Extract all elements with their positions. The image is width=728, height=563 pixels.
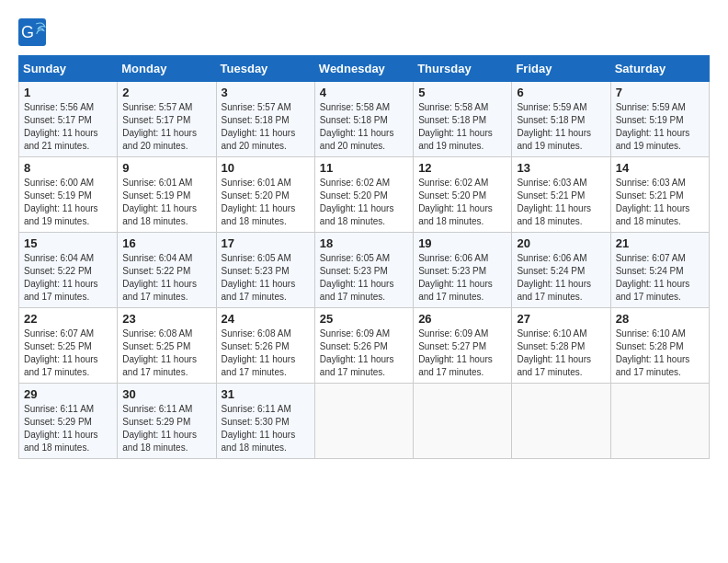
day-number: 4: [320, 86, 408, 99]
day-info: Sunrise: 5:57 AMSunset: 5:18 PMDaylight:…: [222, 101, 310, 153]
calendar-week-row: 1Sunrise: 5:56 AMSunset: 5:17 PMDaylight…: [19, 82, 710, 157]
calendar-cell: 14Sunrise: 6:03 AMSunset: 5:21 PMDayligh…: [610, 157, 709, 233]
day-number: 15: [24, 236, 112, 250]
day-number: 20: [517, 236, 605, 250]
page-header: G: [18, 18, 710, 46]
svg-text:G: G: [21, 23, 34, 41]
calendar-header-row: SundayMondayTuesdayWednesdayThursdayFrid…: [19, 56, 710, 82]
day-number: 26: [418, 312, 506, 326]
calendar-cell: [414, 384, 512, 459]
logo-icon: G: [18, 18, 46, 46]
calendar-cell: 1Sunrise: 5:56 AMSunset: 5:17 PMDaylight…: [19, 82, 118, 157]
day-info: Sunrise: 6:03 AMSunset: 5:21 PMDaylight:…: [517, 177, 605, 228]
calendar-cell: 26Sunrise: 6:09 AMSunset: 5:27 PMDayligh…: [414, 308, 512, 384]
day-info: Sunrise: 6:11 AMSunset: 5:30 PMDaylight:…: [222, 403, 310, 454]
calendar-cell: 27Sunrise: 6:10 AMSunset: 5:28 PMDayligh…: [512, 308, 610, 384]
calendar-cell: 31Sunrise: 6:11 AMSunset: 5:30 PMDayligh…: [216, 384, 314, 459]
calendar-cell: 20Sunrise: 6:06 AMSunset: 5:24 PMDayligh…: [512, 233, 610, 308]
day-info: Sunrise: 6:06 AMSunset: 5:24 PMDaylight:…: [517, 252, 605, 304]
calendar-cell: 11Sunrise: 6:02 AMSunset: 5:20 PMDayligh…: [314, 157, 413, 233]
day-number: 2: [122, 86, 210, 99]
day-number: 5: [418, 86, 506, 99]
day-info: Sunrise: 6:04 AMSunset: 5:22 PMDaylight:…: [24, 252, 112, 304]
calendar-cell: 18Sunrise: 6:05 AMSunset: 5:23 PMDayligh…: [314, 233, 413, 308]
day-of-week-header: Tuesday: [216, 56, 314, 82]
day-info: Sunrise: 6:01 AMSunset: 5:20 PMDaylight:…: [222, 177, 310, 228]
day-info: Sunrise: 6:00 AMSunset: 5:19 PMDaylight:…: [24, 177, 112, 228]
calendar-cell: 8Sunrise: 6:00 AMSunset: 5:19 PMDaylight…: [19, 157, 118, 233]
calendar-cell: 28Sunrise: 6:10 AMSunset: 5:28 PMDayligh…: [610, 308, 709, 384]
calendar-cell: 22Sunrise: 6:07 AMSunset: 5:25 PMDayligh…: [19, 308, 118, 384]
day-of-week-header: Friday: [512, 56, 610, 82]
day-number: 8: [24, 161, 112, 175]
day-info: Sunrise: 6:07 AMSunset: 5:25 PMDaylight:…: [24, 327, 112, 379]
day-number: 28: [616, 312, 704, 326]
day-of-week-header: Sunday: [19, 56, 118, 82]
calendar-cell: 24Sunrise: 6:08 AMSunset: 5:26 PMDayligh…: [216, 308, 314, 384]
calendar-cell: 6Sunrise: 5:59 AMSunset: 5:18 PMDaylight…: [512, 82, 610, 157]
day-info: Sunrise: 5:59 AMSunset: 5:18 PMDaylight:…: [517, 101, 605, 153]
day-of-week-header: Monday: [118, 56, 216, 82]
day-info: Sunrise: 6:08 AMSunset: 5:26 PMDaylight:…: [222, 327, 310, 379]
day-number: 29: [24, 387, 112, 401]
calendar-week-row: 8Sunrise: 6:00 AMSunset: 5:19 PMDaylight…: [19, 157, 710, 233]
day-info: Sunrise: 6:07 AMSunset: 5:24 PMDaylight:…: [616, 252, 704, 304]
day-info: Sunrise: 5:57 AMSunset: 5:17 PMDaylight:…: [122, 101, 210, 153]
calendar-cell: 25Sunrise: 6:09 AMSunset: 5:26 PMDayligh…: [314, 308, 413, 384]
calendar-cell: 9Sunrise: 6:01 AMSunset: 5:19 PMDaylight…: [118, 157, 216, 233]
day-info: Sunrise: 5:58 AMSunset: 5:18 PMDaylight:…: [418, 101, 506, 153]
calendar-cell: 30Sunrise: 6:11 AMSunset: 5:29 PMDayligh…: [118, 384, 216, 459]
calendar-cell: 17Sunrise: 6:05 AMSunset: 5:23 PMDayligh…: [216, 233, 314, 308]
calendar-cell: 19Sunrise: 6:06 AMSunset: 5:23 PMDayligh…: [414, 233, 512, 308]
day-info: Sunrise: 6:09 AMSunset: 5:26 PMDaylight:…: [320, 327, 408, 379]
calendar-cell: 23Sunrise: 6:08 AMSunset: 5:25 PMDayligh…: [118, 308, 216, 384]
day-number: 23: [122, 312, 210, 326]
day-info: Sunrise: 6:03 AMSunset: 5:21 PMDaylight:…: [616, 177, 704, 228]
day-of-week-header: Saturday: [610, 56, 709, 82]
day-number: 17: [222, 236, 310, 250]
day-info: Sunrise: 6:11 AMSunset: 5:29 PMDaylight:…: [24, 403, 112, 454]
day-number: 3: [222, 86, 310, 99]
calendar-cell: 2Sunrise: 5:57 AMSunset: 5:17 PMDaylight…: [118, 82, 216, 157]
day-number: 10: [222, 161, 310, 175]
day-number: 21: [616, 236, 704, 250]
calendar-cell: 12Sunrise: 6:02 AMSunset: 5:20 PMDayligh…: [414, 157, 512, 233]
day-number: 13: [517, 161, 605, 175]
day-number: 1: [24, 86, 112, 99]
day-info: Sunrise: 6:10 AMSunset: 5:28 PMDaylight:…: [517, 327, 605, 379]
day-number: 14: [616, 161, 704, 175]
logo: G: [18, 18, 51, 46]
calendar-week-row: 22Sunrise: 6:07 AMSunset: 5:25 PMDayligh…: [19, 308, 710, 384]
calendar-cell: 3Sunrise: 5:57 AMSunset: 5:18 PMDaylight…: [216, 82, 314, 157]
day-of-week-header: Thursday: [414, 56, 512, 82]
calendar-cell: 29Sunrise: 6:11 AMSunset: 5:29 PMDayligh…: [19, 384, 118, 459]
calendar-cell: [512, 384, 610, 459]
day-number: 22: [24, 312, 112, 326]
day-info: Sunrise: 6:08 AMSunset: 5:25 PMDaylight:…: [122, 327, 210, 379]
calendar-week-row: 15Sunrise: 6:04 AMSunset: 5:22 PMDayligh…: [19, 233, 710, 308]
calendar-cell: [314, 384, 413, 459]
day-info: Sunrise: 6:02 AMSunset: 5:20 PMDaylight:…: [320, 177, 408, 228]
day-number: 6: [517, 86, 605, 99]
day-info: Sunrise: 5:58 AMSunset: 5:18 PMDaylight:…: [320, 101, 408, 153]
calendar-cell: 15Sunrise: 6:04 AMSunset: 5:22 PMDayligh…: [19, 233, 118, 308]
day-info: Sunrise: 6:05 AMSunset: 5:23 PMDaylight:…: [320, 252, 408, 304]
day-number: 31: [222, 387, 310, 401]
day-number: 9: [122, 161, 210, 175]
day-number: 24: [222, 312, 310, 326]
day-number: 7: [616, 86, 704, 99]
day-info: Sunrise: 6:09 AMSunset: 5:27 PMDaylight:…: [418, 327, 506, 379]
day-number: 25: [320, 312, 408, 326]
day-number: 19: [418, 236, 506, 250]
day-number: 12: [418, 161, 506, 175]
day-number: 18: [320, 236, 408, 250]
calendar-cell: [610, 384, 709, 459]
day-number: 27: [517, 312, 605, 326]
day-number: 30: [122, 387, 210, 401]
day-number: 11: [320, 161, 408, 175]
calendar: SundayMondayTuesdayWednesdayThursdayFrid…: [18, 55, 710, 459]
calendar-week-row: 29Sunrise: 6:11 AMSunset: 5:29 PMDayligh…: [19, 384, 710, 459]
calendar-cell: 4Sunrise: 5:58 AMSunset: 5:18 PMDaylight…: [314, 82, 413, 157]
day-info: Sunrise: 6:06 AMSunset: 5:23 PMDaylight:…: [418, 252, 506, 304]
day-info: Sunrise: 6:11 AMSunset: 5:29 PMDaylight:…: [122, 403, 210, 454]
